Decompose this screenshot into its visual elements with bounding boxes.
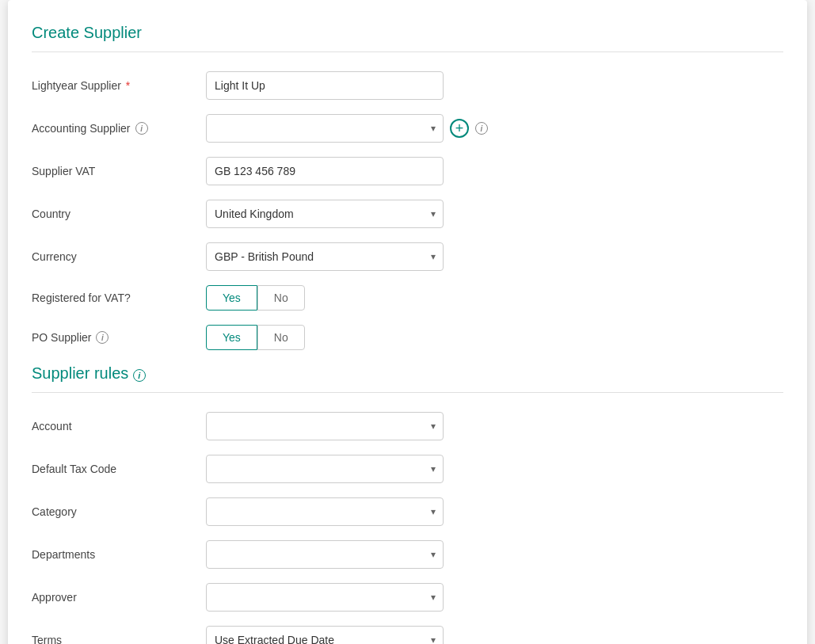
supplier-vat-row: Supplier VAT (32, 157, 783, 185)
country-select[interactable]: United Kingdom (206, 200, 444, 228)
approver-select-wrapper: ▾ (206, 583, 444, 612)
approver-row: Approver ▾ (32, 583, 783, 612)
terms-row: Terms Use Extracted Due Date ▾ (32, 626, 783, 644)
po-supplier-label: PO Supplier i (32, 331, 206, 344)
po-supplier-no-button[interactable]: No (257, 325, 305, 350)
supplier-vat-input[interactable] (206, 157, 444, 185)
registered-vat-row: Registered for VAT? Yes No (32, 285, 783, 311)
supplier-rules-info-icon[interactable]: i (133, 369, 146, 382)
accounting-supplier-info-icon-2[interactable]: i (475, 122, 488, 135)
accounting-supplier-info-icon[interactable]: i (135, 122, 148, 135)
country-row: Country United Kingdom ▾ (32, 200, 783, 228)
country-label: Country (32, 208, 206, 220)
country-select-wrapper: United Kingdom ▾ (206, 200, 444, 228)
departments-label: Departments (32, 548, 206, 561)
registered-vat-toggle-group: Yes No (206, 285, 305, 311)
category-row: Category ▾ (32, 497, 783, 526)
modal-container: Create Supplier Lightyear Supplier * Acc… (8, 0, 807, 644)
registered-vat-yes-button[interactable]: Yes (206, 285, 257, 311)
category-label: Category (32, 505, 206, 518)
page-title: Create Supplier (32, 24, 783, 42)
terms-label: Terms (32, 634, 206, 644)
approver-select[interactable] (206, 583, 444, 612)
lightyear-supplier-row: Lightyear Supplier * (32, 71, 783, 100)
default-tax-code-select[interactable] (206, 455, 444, 483)
po-supplier-toggle-group: Yes No (206, 325, 305, 350)
po-supplier-row: PO Supplier i Yes No (32, 325, 783, 350)
required-star: * (126, 79, 130, 92)
registered-vat-no-button[interactable]: No (257, 285, 305, 311)
terms-select-wrapper: Use Extracted Due Date ▾ (206, 626, 444, 644)
currency-select-wrapper: GBP - British Pound ▾ (206, 242, 444, 271)
account-select[interactable] (206, 412, 444, 440)
lightyear-supplier-input[interactable] (206, 71, 444, 100)
approver-label: Approver (32, 591, 206, 604)
po-supplier-info-icon[interactable]: i (96, 331, 109, 344)
supplier-rules-section: Supplier rules i Account ▾ Default Tax C… (32, 364, 783, 644)
currency-label: Currency (32, 250, 206, 263)
account-select-wrapper: ▾ (206, 412, 444, 440)
account-label: Account (32, 420, 206, 433)
departments-select-wrapper: ▾ (206, 540, 444, 569)
po-supplier-yes-button[interactable]: Yes (206, 325, 257, 350)
accounting-supplier-select[interactable] (206, 114, 444, 143)
accounting-supplier-row: Accounting Supplier i ▾ + i (32, 114, 783, 143)
default-tax-code-select-wrapper: ▾ (206, 455, 444, 483)
departments-row: Departments ▾ (32, 540, 783, 569)
category-select[interactable] (206, 497, 444, 526)
accounting-supplier-label: Accounting Supplier i (32, 122, 206, 135)
supplier-vat-label: Supplier VAT (32, 165, 206, 177)
departments-select[interactable] (206, 540, 444, 569)
default-tax-code-label: Default Tax Code (32, 463, 206, 475)
account-row: Account ▾ (32, 412, 783, 440)
accounting-supplier-controls: ▾ + i (206, 114, 488, 143)
category-select-wrapper: ▾ (206, 497, 444, 526)
terms-select[interactable]: Use Extracted Due Date (206, 626, 444, 644)
supplier-rules-title: Supplier rules i (32, 364, 783, 383)
section-divider-top (32, 51, 783, 52)
currency-select[interactable]: GBP - British Pound (206, 242, 444, 271)
default-tax-code-row: Default Tax Code ▾ (32, 455, 783, 483)
currency-row: Currency GBP - British Pound ▾ (32, 242, 783, 271)
accounting-supplier-select-wrapper: ▾ (206, 114, 444, 143)
lightyear-supplier-label: Lightyear Supplier * (32, 79, 206, 92)
modal-body: Create Supplier Lightyear Supplier * Acc… (8, 0, 807, 644)
add-accounting-supplier-icon[interactable]: + (450, 119, 469, 138)
registered-vat-label: Registered for VAT? (32, 292, 206, 304)
section-divider-rules (32, 392, 783, 393)
